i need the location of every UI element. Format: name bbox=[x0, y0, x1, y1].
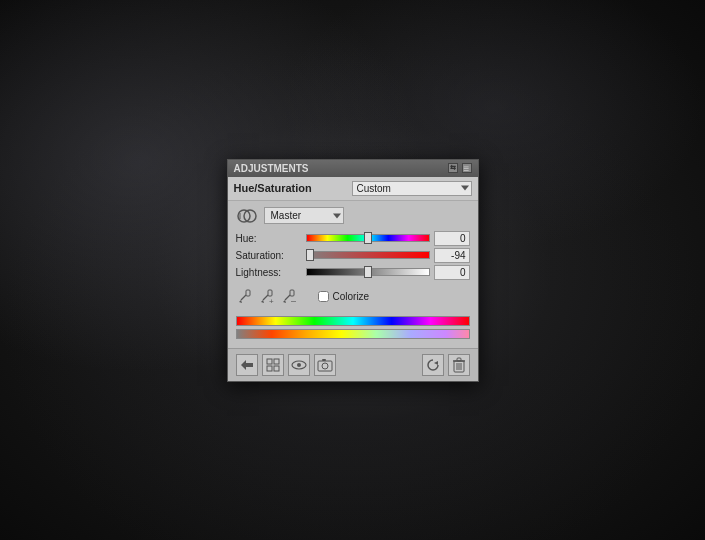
svg-marker-12 bbox=[283, 300, 286, 303]
svg-marker-5 bbox=[239, 300, 242, 303]
preset-dropdown-container: Custom Default Cyanotype Sepia bbox=[352, 181, 472, 196]
hue-label: Hue: bbox=[236, 233, 306, 244]
reset-button[interactable] bbox=[422, 354, 444, 376]
camera-button[interactable] bbox=[314, 354, 336, 376]
preset-select-wrapper: Custom Default Cyanotype Sepia bbox=[352, 181, 472, 196]
back-icon bbox=[240, 359, 254, 371]
hue-sat-svg bbox=[236, 207, 258, 225]
svg-text:–: – bbox=[291, 296, 296, 305]
hue-slider-container[interactable] bbox=[306, 231, 430, 245]
panel-titlebar: ADJUSTMENTS ⇆ ≡ bbox=[228, 160, 478, 177]
svg-text:+: + bbox=[269, 297, 274, 305]
lightness-value[interactable] bbox=[434, 265, 470, 280]
saturation-thumb[interactable] bbox=[306, 249, 314, 261]
lightness-label: Lightness: bbox=[236, 267, 306, 278]
colorize-check-group: Colorize bbox=[318, 291, 370, 302]
preset-select[interactable]: Custom Default Cyanotype Sepia bbox=[352, 181, 472, 196]
eyedropper-icon bbox=[238, 289, 252, 305]
trash-icon bbox=[452, 357, 466, 373]
eye-button[interactable] bbox=[288, 354, 310, 376]
svg-rect-6 bbox=[268, 290, 272, 296]
eyedropper-subtract-button[interactable]: – bbox=[280, 288, 298, 306]
adjustment-type-label: Hue/Saturation bbox=[234, 182, 312, 194]
svg-point-21 bbox=[297, 363, 301, 367]
colorize-row: + – Colorize bbox=[236, 288, 470, 306]
svg-rect-18 bbox=[267, 366, 272, 371]
panel-content: Master Reds Yellows Greens Cyans Blues M… bbox=[228, 201, 478, 348]
svg-rect-15 bbox=[246, 363, 253, 367]
svg-line-11 bbox=[285, 295, 290, 300]
hue-sat-icon bbox=[236, 207, 258, 225]
saturation-label: Saturation: bbox=[236, 250, 306, 261]
channel-select[interactable]: Master Reds Yellows Greens Cyans Blues M… bbox=[264, 207, 344, 224]
hue-track[interactable] bbox=[306, 234, 430, 242]
adjustments-list-button[interactable] bbox=[262, 354, 284, 376]
panel-menu-button[interactable]: ≡ bbox=[462, 163, 472, 173]
eyedropper-button[interactable] bbox=[236, 288, 254, 306]
svg-rect-24 bbox=[322, 359, 326, 361]
eyedropper-add-icon: + bbox=[259, 289, 275, 305]
lightness-track[interactable] bbox=[306, 268, 430, 276]
hue-row: Hue: bbox=[236, 231, 470, 246]
svg-marker-14 bbox=[241, 360, 246, 370]
panel-footer bbox=[228, 348, 478, 381]
titlebar-controls: ⇆ ≡ bbox=[448, 163, 472, 173]
panel-double-arrow[interactable]: ⇆ bbox=[448, 163, 458, 173]
spectrum-top-bar bbox=[236, 316, 470, 326]
delete-button[interactable] bbox=[448, 354, 470, 376]
svg-marker-8 bbox=[261, 300, 264, 303]
svg-rect-28 bbox=[457, 358, 461, 361]
channel-select-wrapper: Master Reds Yellows Greens Cyans Blues M… bbox=[264, 207, 344, 224]
svg-point-23 bbox=[322, 363, 328, 369]
svg-rect-19 bbox=[274, 366, 279, 371]
eye-icon bbox=[291, 359, 307, 371]
saturation-slider-container[interactable] bbox=[306, 248, 430, 262]
hue-value[interactable] bbox=[434, 231, 470, 246]
footer-right-buttons bbox=[422, 354, 470, 376]
eyedropper-subtract-icon: – bbox=[281, 289, 297, 305]
lightness-row: Lightness: bbox=[236, 265, 470, 280]
eyedropper-group: + – bbox=[236, 288, 298, 306]
toolbar-row: Master Reds Yellows Greens Cyans Blues M… bbox=[236, 207, 470, 225]
footer-left-buttons bbox=[236, 354, 336, 376]
colorize-checkbox[interactable] bbox=[318, 291, 329, 302]
back-button[interactable] bbox=[236, 354, 258, 376]
eyedropper-add-button[interactable]: + bbox=[258, 288, 276, 306]
svg-line-4 bbox=[241, 295, 246, 300]
saturation-track[interactable] bbox=[306, 251, 430, 259]
svg-marker-25 bbox=[434, 361, 438, 365]
panel-header: Hue/Saturation Custom Default Cyanotype … bbox=[228, 177, 478, 201]
svg-line-7 bbox=[263, 295, 268, 300]
lightness-thumb[interactable] bbox=[364, 266, 372, 278]
lightness-slider-container[interactable] bbox=[306, 265, 430, 279]
grid-icon bbox=[266, 358, 280, 372]
colorize-label: Colorize bbox=[333, 291, 370, 302]
spectrum-bottom-bar bbox=[236, 329, 470, 339]
saturation-value[interactable] bbox=[434, 248, 470, 263]
spectrum-bars bbox=[236, 316, 470, 339]
hue-thumb[interactable] bbox=[364, 232, 372, 244]
svg-rect-17 bbox=[274, 359, 279, 364]
svg-rect-16 bbox=[267, 359, 272, 364]
saturation-row: Saturation: bbox=[236, 248, 470, 263]
adjustments-panel: ADJUSTMENTS ⇆ ≡ Hue/Saturation Custom De… bbox=[227, 159, 479, 382]
reset-icon bbox=[425, 357, 441, 373]
panel-title: ADJUSTMENTS bbox=[234, 163, 309, 174]
svg-rect-3 bbox=[246, 290, 250, 296]
camera-icon bbox=[317, 358, 333, 372]
